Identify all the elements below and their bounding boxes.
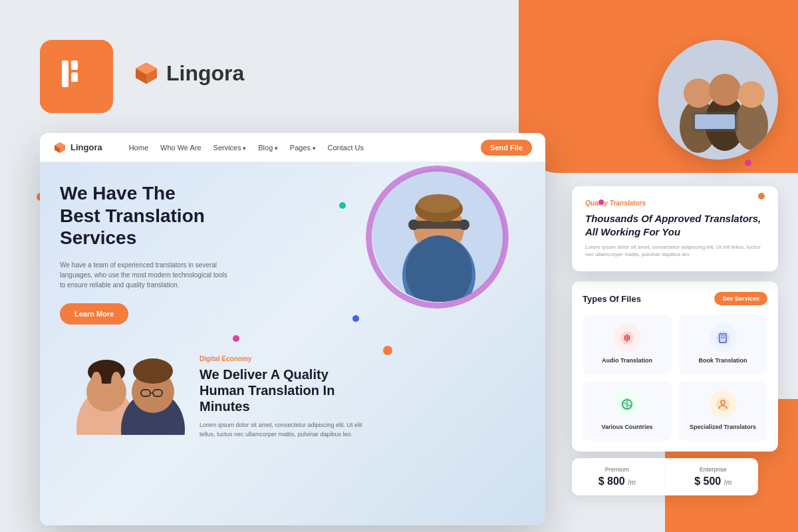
team-circle-image xyxy=(658,40,778,160)
brand-header: Lingora xyxy=(133,60,244,86)
nav-link-services[interactable]: Services xyxy=(213,144,247,152)
website-frame: Lingora Home Who We Are Services Blog Pa… xyxy=(40,133,545,525)
svg-rect-1 xyxy=(71,61,78,70)
quality-card-description: Lorem ipsum dolor sit amet, consectetur … xyxy=(585,243,765,258)
nav-link-contact[interactable]: Contact Us xyxy=(328,144,364,152)
nav-link-blog[interactable]: Blog xyxy=(258,144,278,152)
dot-pink-hero xyxy=(233,335,239,342)
nav-brand: Lingora xyxy=(53,141,102,154)
svg-point-23 xyxy=(408,219,419,230)
section-title-line3: Minutes xyxy=(200,399,250,414)
book-translation-icon xyxy=(709,324,737,352)
countries-label: Various Countries xyxy=(601,424,652,432)
svg-rect-2 xyxy=(71,72,78,82)
specialized-translators-icon xyxy=(709,390,737,418)
hero-title-line1: We Have The xyxy=(60,183,176,203)
audio-translation-icon xyxy=(613,324,641,352)
pricing-section: Premium $ 800 /m Enterprise $ 500 /m xyxy=(572,458,758,495)
bottom-content-area: Digital Economy We Deliver A Quality Hum… xyxy=(40,355,545,439)
audio-translation-label: Audio Translation xyxy=(602,357,652,365)
learn-more-button[interactable]: Learn More xyxy=(60,303,128,325)
enterprise-price-suffix: /m xyxy=(724,479,732,486)
services-card: Types Of Files See Services Audio Transl… xyxy=(572,281,778,451)
premium-plan-price: $ 800 /m xyxy=(583,475,652,487)
service-item-specialized: Specialized Translators xyxy=(678,381,767,441)
hero-section: We Have The Best Translation Services We… xyxy=(40,162,545,362)
svg-point-31 xyxy=(91,372,102,392)
quality-card-label: Quality Translators xyxy=(585,200,765,207)
nav-link-home[interactable]: Home xyxy=(129,144,148,152)
dot-teal-hero xyxy=(339,202,346,209)
hero-title: We Have The Best Translation Services xyxy=(60,182,246,249)
svg-point-35 xyxy=(133,358,173,384)
svg-point-26 xyxy=(418,194,460,213)
services-card-header: Types Of Files See Services xyxy=(583,292,767,305)
people-image-area xyxy=(60,355,193,439)
nav-link-pages[interactable]: Pages xyxy=(290,144,316,152)
nav-link-who[interactable]: Who We Are xyxy=(160,144,201,152)
premium-price-value: $ 800 xyxy=(598,475,625,487)
nav-brand-cube-icon xyxy=(53,141,66,154)
section-label: Digital Economy xyxy=(200,355,525,362)
services-grid: Audio Translation Book Translation xyxy=(583,315,767,440)
section-title-line2: Human Translation In xyxy=(200,383,334,398)
book-translation-label: Book Translation xyxy=(698,357,747,365)
svg-point-9 xyxy=(684,78,713,108)
svg-point-24 xyxy=(459,219,469,230)
nav-links: Home Who We Are Services Blog Pages Cont… xyxy=(129,144,481,152)
navbar: Lingora Home Who We Are Services Blog Pa… xyxy=(40,133,545,162)
quality-card-title: Thousands Of Approved Translators, All W… xyxy=(585,212,765,238)
service-item-audio: Audio Translation xyxy=(583,315,672,374)
svg-point-32 xyxy=(111,372,122,392)
section-title-line1: We Deliver A Quality xyxy=(200,367,329,382)
elementor-icon xyxy=(57,54,96,99)
section-description: Lorem ipsum dolor sit amet, consectetur … xyxy=(200,421,372,439)
specialized-translators-label: Specialized Translators xyxy=(690,424,756,432)
svg-point-11 xyxy=(709,74,741,106)
hero-description: We have a team of experienced translator… xyxy=(60,260,233,290)
hero-image-circle xyxy=(372,169,505,302)
service-item-countries: Various Countries xyxy=(583,381,672,441)
countries-icon xyxy=(613,390,641,418)
hero-title-line2: Best Translation xyxy=(60,205,205,226)
nav-brand-name: Lingora xyxy=(70,142,102,152)
svg-rect-15 xyxy=(695,114,735,129)
bottom-text-content: Digital Economy We Deliver A Quality Hum… xyxy=(193,355,525,439)
dot-orange-hero xyxy=(383,346,392,355)
svg-point-13 xyxy=(738,81,765,108)
send-file-button[interactable]: Send File xyxy=(481,140,532,156)
dot-pink-card xyxy=(598,200,604,205)
brand-cube-icon xyxy=(133,60,160,86)
section-title: We Deliver A Quality Human Translation I… xyxy=(200,366,525,414)
dot-orange-card xyxy=(758,193,765,200)
brand-name-text: Lingora xyxy=(166,61,244,86)
service-item-book: Book Translation xyxy=(678,315,767,374)
enterprise-price-value: $ 500 xyxy=(694,475,721,487)
pricing-divider xyxy=(665,466,666,487)
elementor-badge xyxy=(40,40,113,113)
premium-price-suffix: /m xyxy=(628,479,636,486)
pricing-plan-premium: Premium $ 800 /m xyxy=(583,466,652,487)
services-section-title: Types Of Files xyxy=(583,294,641,304)
see-services-button[interactable]: See Services xyxy=(714,292,767,305)
hero-title-line3: Services xyxy=(60,227,136,248)
enterprise-plan-name: Enterprise xyxy=(679,466,748,473)
dot-blue-hero xyxy=(352,315,359,322)
svg-rect-0 xyxy=(62,61,68,87)
premium-plan-name: Premium xyxy=(583,466,652,473)
quality-card: Quality Translators Thousands Of Approve… xyxy=(572,186,778,271)
enterprise-plan-price: $ 500 /m xyxy=(679,475,748,487)
pricing-plan-enterprise: Enterprise $ 500 /m xyxy=(679,466,748,487)
